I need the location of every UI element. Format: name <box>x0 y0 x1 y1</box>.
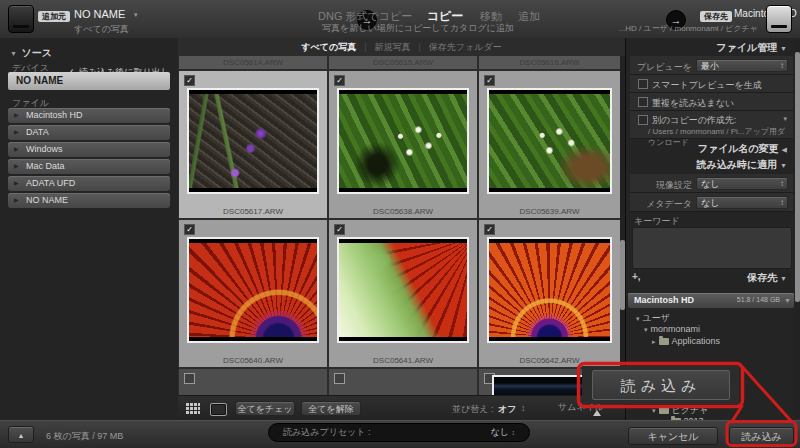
preset-value[interactable]: なし ↕ <box>491 426 515 439</box>
skip-duplicates-row: 重複を読み込まない <box>630 93 793 111</box>
grid-cell-partial[interactable] <box>329 369 477 395</box>
right-panel: ファイル管理 ▼ プレビューを生成 最小↕ スマートプレビューを生成 重複を読み… <box>625 38 800 420</box>
prev-cell-label: DSC05614.ARW <box>179 56 327 69</box>
tab-destination-folders[interactable]: 保存先フォルダー <box>429 41 502 54</box>
bottom-bar: ▲ 6 枚の写真 / 97 MB 読み込みプリセット : なし ↕ キャンセル … <box>0 420 800 448</box>
volume-item-mac-data[interactable]: ▶Mac Data <box>8 159 170 174</box>
grid-cell-dsc05640[interactable]: ✓ DSC05640.ARW <box>179 220 327 367</box>
tab-new-photos[interactable]: 新規写真 <box>375 41 411 54</box>
metadata-label: メタデータ <box>630 198 692 211</box>
apply-during-import-header[interactable]: 読み込み時に適用 ▼ <box>697 158 787 172</box>
photo-checkbox[interactable]: ✓ <box>484 75 495 86</box>
metadata-row: メタデータ なし↕ <box>630 193 793 212</box>
check-all-button[interactable]: 全てをチェック <box>235 401 295 416</box>
tree-item-applications[interactable]: ▸Applications <box>652 336 720 346</box>
photo-filename: DSC05642.ARW <box>479 356 620 365</box>
from-popup-icon[interactable]: ▾ <box>134 11 138 19</box>
grid-cell-dsc05642[interactable]: ✓ DSC05642.ARW <box>479 220 620 367</box>
collapse-triangle-icon: ▼ <box>780 275 787 282</box>
tree-disclosure-icon: ▾ <box>652 407 656 414</box>
photo-checkbox[interactable]: ✓ <box>334 224 345 235</box>
grid-cell-dsc05639[interactable]: ✓ DSC05639.ARW <box>479 71 620 218</box>
add-folder-button[interactable]: +, <box>632 271 641 282</box>
smart-preview-checkbox[interactable] <box>638 79 648 89</box>
destination-drive-icon <box>766 5 792 33</box>
import-button[interactable]: 読み込み <box>729 427 794 445</box>
develop-label: 現像設定 <box>630 179 692 192</box>
panel-scrollbar-thumb[interactable] <box>795 52 800 302</box>
collapse-triangle-icon: ▼ <box>780 162 787 169</box>
smart-preview-row: スマートプレビューを生成 <box>630 75 793 93</box>
from-device-name[interactable]: NO NAME <box>74 8 125 20</box>
metadata-select[interactable]: なし↕ <box>696 196 788 209</box>
disclosure-icon: ▶ <box>14 108 19 123</box>
thumbnail-size-slider[interactable] <box>593 410 601 416</box>
skip-duplicates-label: 重複を読み込まない <box>652 97 734 110</box>
photo-thumbnail <box>337 88 469 194</box>
disclosure-icon: ▶ <box>14 142 19 157</box>
volume-item-adata-ufd[interactable]: ▶ADATA UFD <box>8 176 170 191</box>
popup-icon: ↕ <box>780 197 784 209</box>
volume-item-windows[interactable]: ▶Windows <box>8 142 170 157</box>
tab-all-photos[interactable]: すべての写真 <box>301 41 356 54</box>
photo-checkbox[interactable]: ✓ <box>484 224 495 235</box>
grid-cell-partial[interactable] <box>179 369 327 395</box>
loupe-view-icon[interactable] <box>210 403 227 416</box>
disclosure-icon: ▶ <box>14 193 19 208</box>
photo-filename: DSC05640.ARW <box>179 356 327 365</box>
eject-button[interactable]: ▲ <box>8 426 34 443</box>
photo-checkbox[interactable]: ✓ <box>184 75 195 86</box>
popup-icon: ↕ <box>780 60 784 72</box>
skip-duplicates-checkbox[interactable] <box>638 97 648 107</box>
method-move[interactable]: 移動 <box>480 10 502 22</box>
second-copy-checkbox[interactable] <box>638 115 648 125</box>
develop-row: 現像設定 なし↕ <box>630 174 793 193</box>
photo-thumbnail <box>487 237 612 343</box>
photo-thumbnail <box>187 237 319 343</box>
destination-header[interactable]: 保存先 ▼ <box>747 271 787 285</box>
sort-value[interactable]: オフ <box>498 403 516 416</box>
photo-count: 6 枚の写真 / 97 MB <box>46 430 123 443</box>
file-rename-header[interactable]: ファイル名の変更 ◀ <box>698 142 787 156</box>
volume-item-no-name[interactable]: ▶NO NAME <box>8 193 170 208</box>
grid-cell-dsc05617[interactable]: ✓ DSC05617.ARW <box>179 71 327 218</box>
grid-view-icon[interactable] <box>186 403 200 414</box>
cancel-button[interactable]: キャンセル <box>628 427 718 445</box>
tree-item-monmonami[interactable]: ▾monmonami <box>644 324 700 334</box>
source-panel: ▼ ソース デバイス ✓ 読み込み後に取り出し NO NAME ファイル ▶Ma… <box>0 38 179 420</box>
keywords-input[interactable] <box>632 227 792 269</box>
photo-checkbox-unchecked[interactable] <box>334 373 345 384</box>
second-copy-disclosure-icon[interactable]: ▾ <box>783 115 787 123</box>
grid-cell-dsc05638[interactable]: ✓ DSC05638.ARW <box>329 71 477 218</box>
photo-filename: DSC05639.ARW <box>479 207 620 216</box>
preview-select[interactable]: 最小↕ <box>696 59 788 72</box>
photo-checkbox-unchecked[interactable] <box>184 373 195 384</box>
annotation-import-button-magnified: 読み込み <box>592 370 730 400</box>
photo-checkbox[interactable]: ✓ <box>184 224 195 235</box>
prev-cell-label: DSC05616.ARW <box>479 56 620 69</box>
method-copy[interactable]: コピー <box>427 9 464 23</box>
to-badge: 保存先 <box>700 11 732 22</box>
photo-thumbnail <box>337 237 469 343</box>
panel-scrollbar[interactable] <box>795 40 800 418</box>
grid-cell-dsc05641[interactable]: ✓ DSC05641.ARW <box>329 220 477 367</box>
destination-volume-bar[interactable]: Macintosh HD 51.8 / 148 GB ▼ <box>628 293 794 308</box>
tree-disclosure-icon: ▸ <box>652 338 656 345</box>
uncheck-all-button[interactable]: 全てを解除 <box>301 401 361 416</box>
source-panel-header[interactable]: ▼ ソース <box>10 42 52 60</box>
develop-select[interactable]: なし↕ <box>696 177 788 190</box>
volume-item-macintosh-hd[interactable]: ▶Macintosh HD <box>8 108 170 123</box>
second-copy-row: 別のコピーの作成先: ▾ / Users / monmonami / Pi...… <box>630 111 793 139</box>
method-dng[interactable]: DNG 形式でコピー <box>318 10 412 22</box>
method-add[interactable]: 追加 <box>518 10 540 22</box>
file-handling-header[interactable]: ファイル管理 ▼ <box>716 41 787 55</box>
import-preset-bar[interactable]: 読み込みプリセット : なし ↕ <box>268 423 530 442</box>
preset-label: 読み込みプリセット : <box>283 426 370 439</box>
photo-checkbox[interactable]: ✓ <box>334 75 345 86</box>
sort-popup-icon[interactable]: ↕ <box>521 403 526 413</box>
volume-item-data[interactable]: ▶DATA <box>8 125 170 140</box>
source-drive-icon <box>8 5 34 33</box>
grid-toolbar: 全てをチェック 全てを解除 並び替え : オフ ↕ サムネイル <box>178 395 625 421</box>
tree-disclosure-icon: ▾ <box>636 315 640 322</box>
source-device-selected[interactable]: NO NAME <box>8 72 170 90</box>
